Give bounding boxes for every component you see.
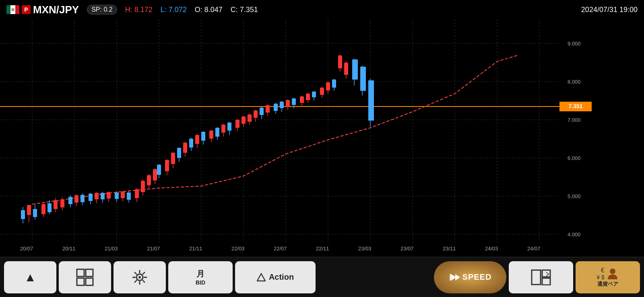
svg-rect-141 [332,80,336,88]
svg-text:23/03: 23/03 [358,246,372,252]
svg-rect-55 [54,200,58,209]
svg-rect-63 [80,195,85,202]
svg-text:9.000: 9.000 [568,41,581,47]
svg-point-173 [610,268,615,274]
svg-rect-149 [360,67,366,91]
svg-rect-115 [248,115,252,122]
layout-icon [531,269,551,285]
svg-text:22/07: 22/07 [274,246,287,252]
svg-rect-67 [95,193,99,199]
svg-rect-51 [41,204,45,214]
spread-badge: SP: 0.2 [87,5,117,14]
triangle-icon [257,273,266,282]
svg-rect-65 [89,194,93,201]
svg-point-157 [138,276,141,279]
svg-rect-103 [209,131,213,139]
chart-header: P MXN/JPY SP: 0.2 H: 8.172 L: 7.072 O: 8… [0,0,644,19]
svg-rect-133 [306,94,310,100]
svg-rect-105 [215,128,219,137]
month-bid-button[interactable]: 月 BID [168,261,233,293]
svg-rect-113 [242,117,246,124]
svg-rect-145 [344,63,348,75]
svg-rect-107 [221,125,225,133]
svg-rect-99 [195,135,199,144]
svg-text:7.000: 7.000 [568,117,581,123]
gear-icon [131,268,149,286]
svg-rect-93 [177,148,181,158]
svg-rect-71 [107,192,111,199]
speed-label: SPEED [462,272,492,282]
svg-rect-49 [33,209,37,217]
svg-rect-154 [77,278,84,285]
svg-rect-155 [86,278,93,285]
svg-rect-101 [201,132,205,141]
speed-button[interactable]: SPEED [434,261,506,293]
speed-arrows-icon [449,273,461,282]
svg-rect-79 [135,189,139,198]
svg-rect-89 [165,160,169,171]
currency-pair-label: 通貨ペア [597,281,618,288]
svg-rect-135 [312,92,316,97]
svg-rect-139 [326,82,330,90]
svg-text:20/07: 20/07 [20,246,33,252]
svg-rect-81 [141,181,145,192]
bid-label: BID [196,279,205,286]
svg-text:4.000: 4.000 [568,231,581,238]
svg-point-3 [11,8,14,11]
svg-rect-137 [320,88,324,95]
svg-rect-152 [77,269,84,277]
open-value: O: 8.047 [195,6,223,14]
svg-text:21/03: 21/03 [105,246,118,252]
svg-text:21/07: 21/07 [147,246,160,252]
svg-rect-153 [86,269,93,277]
price-label: 7.351 [568,103,582,109]
layout-button[interactable] [509,261,573,293]
svg-rect-2 [15,5,19,14]
currency-pair-flag: P MXN/JPY [6,4,79,16]
svg-rect-75 [121,192,125,198]
svg-text:23/07: 23/07 [400,246,414,252]
svg-text:22/03: 22/03 [231,246,245,252]
svg-text:23/11: 23/11 [443,246,456,252]
svg-rect-85 [153,169,157,180]
candlestick-chart[interactable]: 9.000 8.000 7.000 6.000 5.000 4.000 20/0… [0,19,644,257]
svg-rect-170 [532,270,541,285]
broker-icon: P [22,5,31,14]
svg-text:24/07: 24/07 [527,246,541,252]
svg-text:24/03: 24/03 [485,246,498,252]
mexico-flag-icon [6,5,19,14]
svg-rect-91 [171,153,175,164]
svg-marker-166 [257,274,265,281]
action-button[interactable]: Action [235,261,316,293]
grid-button[interactable] [59,261,111,293]
month-label: 月 [196,268,204,279]
svg-rect-109 [227,123,231,131]
arrow-up-button[interactable]: ▲ [4,261,56,293]
chart-datetime: 2024/07/31 19:00 [581,6,638,14]
svg-line-163 [142,280,145,283]
svg-rect-97 [189,139,193,147]
chart-area[interactable]: 9.000 8.000 7.000 6.000 5.000 4.000 20/0… [0,19,644,257]
svg-text:21/11: 21/11 [189,246,202,252]
svg-rect-47 [27,205,31,215]
svg-rect-73 [115,193,119,199]
svg-text:6.000: 6.000 [568,155,581,161]
person-icon [606,267,619,280]
svg-rect-129 [292,98,296,105]
toolbar: ▲ 月 BID Actio [0,257,644,297]
svg-rect-53 [47,203,52,212]
svg-text:22/11: 22/11 [316,246,329,252]
svg-rect-151 [368,80,374,121]
settings-button[interactable] [114,261,166,293]
svg-rect-125 [280,102,284,108]
svg-rect-123 [274,104,278,111]
svg-rect-83 [147,175,151,185]
svg-rect-45 [21,210,25,219]
currency-pair-button[interactable]: € ¥ $ 通貨ペア [576,261,640,293]
arrow-up-icon: ▲ [24,270,36,284]
grid-icon [76,268,94,286]
svg-rect-111 [235,120,239,128]
svg-rect-143 [338,55,342,68]
svg-rect-147 [352,59,358,80]
svg-rect-121 [266,105,270,113]
